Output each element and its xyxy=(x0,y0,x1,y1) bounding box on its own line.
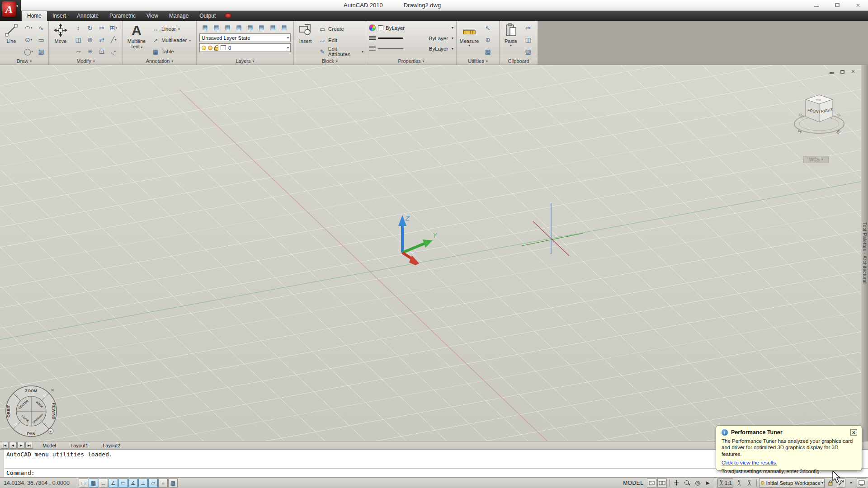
zoom-button[interactable] xyxy=(682,479,692,488)
block-create-button[interactable]: ▭ Create xyxy=(317,24,365,34)
tab-insert[interactable]: Insert xyxy=(47,11,71,21)
app-menu-chevron-icon[interactable]: ▾ xyxy=(16,4,18,8)
status-toggle-otrack[interactable]: ∡ xyxy=(128,479,138,488)
tool-palettes-bar[interactable]: Tool Palettes - Architectural xyxy=(861,65,868,441)
layer-unlock-button[interactable]: ▤ xyxy=(278,22,290,33)
linear-dimension-button[interactable]: ↔ Linear▾ xyxy=(151,24,192,34)
status-toggle-snap[interactable]: ◻ xyxy=(79,479,88,488)
measure-button[interactable]: Measure ▾ xyxy=(458,22,481,56)
express-tools-icon[interactable] xyxy=(225,13,231,18)
panel-label-clipboard[interactable]: Clipboard xyxy=(500,57,538,65)
layer-dropdown[interactable]: 0▾ xyxy=(199,43,291,52)
circle-button[interactable]: ⊙▾ xyxy=(23,34,34,45)
trim-button[interactable]: ✂ xyxy=(96,22,107,33)
wcs-indicator[interactable]: WCS▾ xyxy=(803,156,829,163)
layout-button[interactable] xyxy=(647,479,656,488)
paste-button[interactable]: Paste ▾ xyxy=(501,22,521,56)
close-button[interactable]: ✕ xyxy=(853,1,863,9)
tab-output[interactable]: Output xyxy=(194,11,221,21)
annotation-visibility-button[interactable] xyxy=(734,479,744,488)
scale-button[interactable]: ⊡ xyxy=(96,46,107,57)
layer-match-button[interactable]: ▤ xyxy=(211,22,222,33)
annotation-scale-button[interactable]: 1:1 xyxy=(717,479,733,488)
layer-state-dropdown[interactable]: Unsaved Layer State▾ xyxy=(199,33,291,42)
panel-label-block[interactable]: Block▾ xyxy=(294,57,366,65)
rectangle-button[interactable]: ▭ xyxy=(36,34,47,45)
copy-clip-button[interactable]: ◫ xyxy=(523,34,533,45)
tuner-results-link[interactable]: Click to view the results. xyxy=(722,460,777,465)
layer-unlock-icon[interactable] xyxy=(214,47,218,51)
tab-home[interactable]: Home xyxy=(22,11,47,21)
tab-manage[interactable]: Manage xyxy=(164,11,194,21)
layer-color-swatch[interactable] xyxy=(221,45,226,50)
quick-calculator-button[interactable]: ▩ xyxy=(482,46,493,57)
rotate-button[interactable]: ↻ xyxy=(85,22,95,33)
object-color-dropdown[interactable]: ByLayer▾ xyxy=(369,23,454,33)
edit-attributes-button[interactable]: ✎ Edit Attributes▾ xyxy=(317,47,365,56)
line-button[interactable]: Line xyxy=(1,22,21,56)
select-all-button[interactable]: ⊕ xyxy=(482,34,493,45)
table-button[interactable]: ▦ Table xyxy=(151,47,192,56)
cut-button[interactable]: ✂ xyxy=(523,22,533,33)
move-button[interactable]: Move xyxy=(50,22,71,56)
layer-off-button[interactable]: ▤ xyxy=(256,22,267,33)
linetype-dropdown[interactable]: ByLayer▾ xyxy=(369,43,454,54)
layer-on-icon[interactable] xyxy=(202,46,206,50)
tuner-close-button[interactable]: ✕ xyxy=(850,429,857,436)
array-button[interactable]: ⊞▾ xyxy=(108,22,119,33)
polyline-button[interactable]: ∿ xyxy=(36,22,47,33)
tab-parametric[interactable]: Parametric xyxy=(104,11,141,21)
panel-label-annotation[interactable]: Annotation▾ xyxy=(123,57,196,65)
arc-button[interactable]: ◠▾ xyxy=(23,22,34,33)
tab-nav-first[interactable]: |◀ xyxy=(1,442,9,449)
steering-wheel[interactable]: ZOOM PAN ORBIT REWIND CENTER WALK LOOK U… xyxy=(4,384,58,438)
quick-view-layouts-button[interactable] xyxy=(657,479,667,488)
status-toggle-dyn[interactable]: ▱ xyxy=(148,479,158,488)
status-toggle-lwt[interactable]: ≡ xyxy=(158,479,168,488)
restore-button[interactable] xyxy=(832,1,843,9)
offset-button[interactable]: ⊚ xyxy=(85,34,95,45)
tab-view[interactable]: View xyxy=(141,11,164,21)
tab-nav-next[interactable]: ▶ xyxy=(17,442,25,449)
break-button[interactable]: ╱▾ xyxy=(108,34,119,45)
multileader-button[interactable]: ↗ Multileader▾ xyxy=(151,35,192,45)
fillet-button[interactable]: ◟▾ xyxy=(108,46,119,57)
tab-annotate[interactable]: Annotate xyxy=(71,11,104,21)
explode-button[interactable]: ✳ xyxy=(85,46,95,57)
layer-freeze-button[interactable]: ▤ xyxy=(245,22,256,33)
viewport-minimize-icon[interactable] xyxy=(828,69,835,75)
ucs-icon[interactable]: Z Y xyxy=(382,210,441,266)
panel-label-layers[interactable]: Layers▾ xyxy=(197,57,293,65)
layer-isolate-button[interactable]: ▤ xyxy=(222,22,233,33)
quick-select-button[interactable]: ↖ xyxy=(482,22,493,33)
viewcube[interactable]: S E N W TOP FRONT RIGHT xyxy=(790,87,849,148)
ellipse-button[interactable]: ◯▾ xyxy=(23,46,34,57)
insert-button[interactable]: Insert xyxy=(295,22,316,56)
pan-button[interactable] xyxy=(672,479,681,488)
block-edit-button[interactable]: ▱ Edit xyxy=(317,35,365,45)
coordinate-readout[interactable]: 14.0134, 36.7804 , 0.0000 xyxy=(0,480,72,486)
panel-label-draw[interactable]: Draw▾ xyxy=(0,57,48,65)
steering-wheel-button[interactable]: ◎ xyxy=(693,479,702,488)
status-toggle-grid[interactable]: ▦ xyxy=(89,479,98,488)
layer-properties-button[interactable]: ▤ xyxy=(199,22,211,33)
panel-label-properties[interactable]: Properties▾ xyxy=(366,57,456,65)
tab-model[interactable]: Model xyxy=(35,442,63,449)
status-toggle-ortho[interactable]: ∟ xyxy=(99,479,108,488)
panel-label-utilities[interactable]: Utilities▾ xyxy=(457,57,499,65)
stretch-button[interactable]: ↕ xyxy=(73,22,84,33)
layer-lock-button[interactable]: ▤ xyxy=(267,22,278,33)
tab-layout2[interactable]: Layout2 xyxy=(95,442,127,449)
clean-screen-button[interactable] xyxy=(857,479,866,488)
status-toggle-ducs[interactable]: ⊥ xyxy=(138,479,148,488)
layer-previous-button[interactable]: ▤ xyxy=(233,22,245,33)
auto-annotation-button[interactable] xyxy=(745,479,754,488)
model-space-button[interactable]: MODEL xyxy=(620,480,646,486)
drawing-viewport[interactable]: ✕ Z Y S E N W xyxy=(0,65,868,441)
lineweight-dropdown[interactable]: ByLayer▾ xyxy=(369,33,454,43)
tab-layout1[interactable]: Layout1 xyxy=(63,442,95,449)
showmotion-button[interactable]: ▶ xyxy=(703,479,712,488)
viewport-close-icon[interactable]: ✕ xyxy=(850,69,856,75)
status-toggle-polar[interactable]: ∠ xyxy=(108,479,118,488)
minimize-button[interactable] xyxy=(811,1,822,9)
